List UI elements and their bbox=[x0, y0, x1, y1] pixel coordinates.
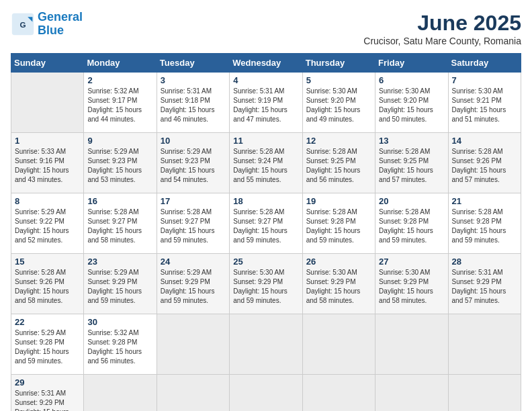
day-info: Sunrise: 5:29 AMSunset: 9:22 PMDaylight:… bbox=[15, 208, 80, 245]
table-cell: 24Sunrise: 5:29 AMSunset: 9:29 PMDayligh… bbox=[157, 254, 229, 314]
daylight-text: Daylight: 15 hours and 51 minutes. bbox=[452, 106, 506, 123]
table-cell: 25Sunrise: 5:30 AMSunset: 9:29 PMDayligh… bbox=[230, 254, 302, 314]
sunset-text: Sunset: 9:29 PM bbox=[15, 399, 64, 406]
daylight-text: Daylight: 15 hours and 59 minutes. bbox=[87, 287, 142, 304]
table-cell: 15Sunrise: 5:28 AMSunset: 9:26 PMDayligh… bbox=[11, 254, 84, 314]
daylight-text: Daylight: 15 hours and 54 minutes. bbox=[161, 167, 215, 183]
sunset-text: Sunset: 9:28 PM bbox=[452, 218, 502, 225]
daylight-text: Daylight: 15 hours and 59 minutes. bbox=[233, 227, 287, 244]
sunset-text: Sunset: 9:23 PM bbox=[161, 157, 210, 165]
sunrise-text: Sunrise: 5:28 AM bbox=[233, 208, 284, 216]
daylight-text: Daylight: 15 hours and 53 minutes. bbox=[87, 167, 142, 183]
day-info: Sunrise: 5:31 AMSunset: 9:18 PMDaylight:… bbox=[161, 87, 226, 124]
sunrise-text: Sunrise: 5:31 AM bbox=[161, 87, 212, 95]
day-info: Sunrise: 5:30 AMSunset: 9:20 PMDaylight:… bbox=[379, 87, 444, 124]
table-cell: 13Sunrise: 5:28 AMSunset: 9:25 PMDayligh… bbox=[375, 133, 448, 193]
day-number: 9 bbox=[87, 136, 152, 146]
sunrise-text: Sunrise: 5:28 AM bbox=[452, 208, 503, 216]
calendar-row: 1Sunrise: 5:33 AMSunset: 9:16 PMDaylight… bbox=[11, 133, 521, 193]
sunrise-text: Sunrise: 5:28 AM bbox=[306, 208, 357, 216]
sunset-text: Sunset: 9:16 PM bbox=[15, 157, 64, 165]
sunrise-text: Sunrise: 5:30 AM bbox=[233, 269, 284, 276]
sunrise-text: Sunrise: 5:28 AM bbox=[161, 208, 212, 216]
sunset-text: Sunset: 9:28 PM bbox=[15, 338, 64, 346]
day-info: Sunrise: 5:28 AMSunset: 9:25 PMDaylight:… bbox=[379, 147, 444, 185]
sunset-text: Sunset: 9:27 PM bbox=[233, 218, 283, 225]
daylight-text: Daylight: 15 hours and 58 minutes. bbox=[15, 287, 69, 304]
daylight-text: Daylight: 15 hours and 57 minutes. bbox=[452, 167, 506, 183]
sunset-text: Sunset: 9:23 PM bbox=[87, 157, 137, 165]
sunrise-text: Sunrise: 5:29 AM bbox=[87, 148, 138, 155]
daylight-text: Daylight: 15 hours and 44 minutes. bbox=[87, 106, 142, 123]
day-number: 23 bbox=[87, 257, 152, 267]
col-monday: Monday bbox=[84, 54, 157, 73]
sunset-text: Sunset: 9:25 PM bbox=[306, 157, 356, 165]
table-cell bbox=[157, 314, 229, 375]
day-info: Sunrise: 5:28 AMSunset: 9:28 PMDaylight:… bbox=[379, 208, 444, 245]
table-cell: 11Sunrise: 5:28 AMSunset: 9:24 PMDayligh… bbox=[230, 133, 302, 193]
day-number: 11 bbox=[233, 136, 298, 146]
table-cell: 28Sunrise: 5:31 AMSunset: 9:29 PMDayligh… bbox=[448, 254, 521, 314]
day-number: 17 bbox=[161, 196, 226, 206]
day-number: 18 bbox=[233, 196, 298, 206]
logo: G General Blue bbox=[11, 11, 83, 38]
day-info: Sunrise: 5:29 AMSunset: 9:29 PMDaylight:… bbox=[87, 268, 152, 306]
day-info: Sunrise: 5:29 AMSunset: 9:28 PMDaylight:… bbox=[15, 328, 80, 366]
day-number: 15 bbox=[15, 257, 80, 267]
daylight-text: Daylight: 15 hours and 49 minutes. bbox=[306, 106, 361, 123]
sunset-text: Sunset: 9:25 PM bbox=[379, 157, 429, 165]
svg-text:G: G bbox=[19, 20, 26, 29]
sunset-text: Sunset: 9:29 PM bbox=[233, 278, 283, 285]
sunset-text: Sunset: 9:29 PM bbox=[161, 278, 210, 285]
day-info: Sunrise: 5:30 AMSunset: 9:20 PMDaylight:… bbox=[306, 87, 371, 124]
daylight-text: Daylight: 15 hours and 59 minutes. bbox=[15, 348, 69, 365]
sunset-text: Sunset: 9:18 PM bbox=[161, 97, 210, 104]
daylight-text: Daylight: 15 hours and 59 minutes. bbox=[379, 227, 433, 244]
day-number: 25 bbox=[233, 257, 298, 267]
sunrise-text: Sunrise: 5:33 AM bbox=[15, 148, 66, 155]
day-number: 1 bbox=[15, 136, 80, 146]
table-cell bbox=[448, 375, 521, 412]
daylight-text: Daylight: 15 hours and 59 minutes. bbox=[306, 227, 361, 244]
sunset-text: Sunset: 9:20 PM bbox=[379, 97, 429, 104]
calendar-row: 29Sunrise: 5:31 AMSunset: 9:29 PMDayligh… bbox=[11, 375, 521, 412]
day-info: Sunrise: 5:28 AMSunset: 9:26 PMDaylight:… bbox=[15, 268, 80, 306]
sunset-text: Sunset: 9:29 PM bbox=[452, 278, 502, 285]
day-number: 16 bbox=[87, 196, 152, 206]
sunrise-text: Sunrise: 5:28 AM bbox=[379, 208, 430, 216]
day-info: Sunrise: 5:30 AMSunset: 9:21 PMDaylight:… bbox=[452, 87, 517, 124]
day-number: 20 bbox=[379, 196, 444, 206]
table-cell: 4Sunrise: 5:31 AMSunset: 9:19 PMDaylight… bbox=[230, 73, 302, 133]
table-cell bbox=[11, 73, 84, 133]
sunset-text: Sunset: 9:29 PM bbox=[379, 278, 429, 285]
col-sunday: Sunday bbox=[11, 54, 84, 73]
table-cell bbox=[84, 375, 157, 412]
sunset-text: Sunset: 9:29 PM bbox=[87, 278, 137, 285]
table-cell: 7Sunrise: 5:30 AMSunset: 9:21 PMDaylight… bbox=[448, 73, 521, 133]
daylight-text: Daylight: 15 hours and 58 minutes. bbox=[87, 227, 142, 244]
day-info: Sunrise: 5:30 AMSunset: 9:29 PMDaylight:… bbox=[379, 268, 444, 306]
day-number: 14 bbox=[452, 136, 517, 146]
day-number: 7 bbox=[452, 75, 517, 85]
day-number: 5 bbox=[306, 75, 371, 85]
table-cell: 20Sunrise: 5:28 AMSunset: 9:28 PMDayligh… bbox=[375, 193, 448, 254]
table-cell bbox=[375, 375, 448, 412]
sunset-text: Sunset: 9:20 PM bbox=[306, 97, 356, 104]
col-wednesday: Wednesday bbox=[230, 54, 302, 73]
table-cell bbox=[375, 314, 448, 375]
sunset-text: Sunset: 9:28 PM bbox=[379, 218, 429, 225]
calendar-row: 2Sunrise: 5:32 AMSunset: 9:17 PMDaylight… bbox=[11, 73, 521, 133]
sunrise-text: Sunrise: 5:30 AM bbox=[306, 87, 357, 95]
daylight-text: Daylight: 15 hours and 56 minutes. bbox=[306, 167, 361, 183]
sunset-text: Sunset: 9:29 PM bbox=[306, 278, 356, 285]
day-number: 2 bbox=[87, 75, 152, 85]
day-info: Sunrise: 5:31 AMSunset: 9:29 PMDaylight:… bbox=[15, 389, 80, 411]
daylight-text: Daylight: 15 hours and 59 minutes. bbox=[233, 287, 287, 304]
day-info: Sunrise: 5:28 AMSunset: 9:24 PMDaylight:… bbox=[233, 147, 298, 185]
sunset-text: Sunset: 9:28 PM bbox=[87, 338, 137, 346]
logo-blue: Blue bbox=[38, 24, 64, 37]
day-number: 8 bbox=[15, 196, 80, 206]
table-cell bbox=[230, 314, 302, 375]
sunrise-text: Sunrise: 5:28 AM bbox=[87, 208, 138, 216]
table-cell: 2Sunrise: 5:32 AMSunset: 9:17 PMDaylight… bbox=[84, 73, 157, 133]
